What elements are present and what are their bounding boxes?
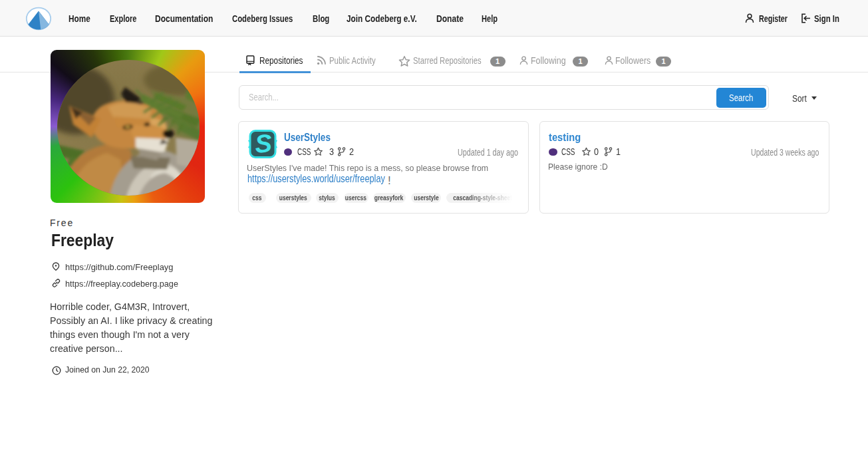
svg-text:S: S <box>254 130 273 158</box>
